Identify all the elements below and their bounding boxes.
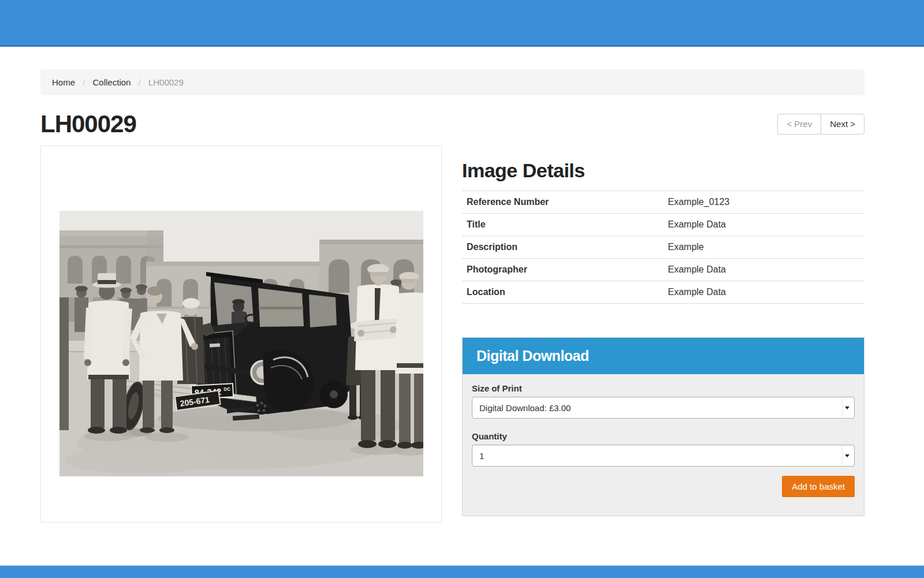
image-details-table: Reference Number Example_0123 Title Exam…: [462, 191, 865, 304]
digital-download-panel: Digital Download Size of Print Digital D…: [462, 337, 865, 516]
photo-card: 84·342 DC 205-671: [40, 146, 442, 523]
button-row: Add to basket: [472, 476, 855, 497]
quantity-label: Quantity: [472, 431, 855, 441]
detail-label: Reference Number: [462, 191, 664, 214]
site-footer: [0, 565, 924, 578]
details-column: Image Details Reference Number Example_0…: [462, 146, 865, 523]
prev-button[interactable]: < Prev: [777, 114, 821, 135]
detail-value: Example Data: [664, 214, 865, 236]
chevron-down-icon: [842, 445, 852, 466]
breadcrumb-collection-link[interactable]: Collection: [93, 77, 131, 87]
quantity-value: 1: [479, 451, 484, 461]
page-title: LH00029: [40, 110, 136, 138]
breadcrumb-separator: /: [83, 77, 85, 87]
detail-label: Photographer: [462, 259, 664, 281]
quantity-select[interactable]: 1: [472, 445, 855, 467]
detail-label: Title: [462, 214, 664, 236]
breadcrumb-separator: /: [139, 77, 141, 87]
table-row: Description Example: [462, 236, 865, 259]
detail-value: Example Data: [664, 281, 865, 304]
detail-value: Example: [664, 236, 865, 259]
size-of-print-label: Size of Print: [472, 383, 855, 393]
photo[interactable]: 84·342 DC 205-671: [59, 211, 423, 476]
breadcrumb-home-link[interactable]: Home: [52, 77, 75, 87]
page-container: Home / Collection / LH00029 LH00029 < Pr…: [40, 69, 865, 523]
image-details-heading: Image Details: [462, 159, 865, 182]
digital-download-heading: Digital Download: [463, 338, 864, 374]
photo-svg: 84·342 DC 205-671: [59, 211, 423, 476]
detail-label: Location: [462, 281, 664, 304]
main-content: 84·342 DC 205-671: [40, 146, 865, 523]
size-of-print-select[interactable]: Digital Download: £3.00: [472, 397, 855, 419]
next-button[interactable]: Next >: [821, 114, 865, 135]
breadcrumb-current: LH00029: [148, 77, 184, 87]
table-row: Reference Number Example_0123: [462, 191, 865, 214]
table-row: Photographer Example Data: [462, 259, 865, 281]
digital-download-body: Size of Print Digital Download: £3.00 Qu…: [463, 374, 864, 516]
title-row: LH00029 < Prev Next >: [40, 110, 865, 138]
table-row: Title Example Data: [462, 214, 865, 236]
pager: < Prev Next >: [777, 114, 865, 135]
detail-label: Description: [462, 236, 664, 259]
chevron-down-icon: [842, 397, 852, 418]
site-header: [0, 0, 924, 47]
breadcrumb: Home / Collection / LH00029: [40, 69, 865, 95]
detail-value: Example_0123: [664, 191, 865, 214]
size-of-print-value: Digital Download: £3.00: [479, 403, 571, 413]
photo-fade-overlay: [59, 211, 423, 476]
add-to-basket-button[interactable]: Add to basket: [782, 476, 855, 497]
detail-value: Example Data: [664, 259, 865, 281]
table-row: Location Example Data: [462, 281, 865, 304]
